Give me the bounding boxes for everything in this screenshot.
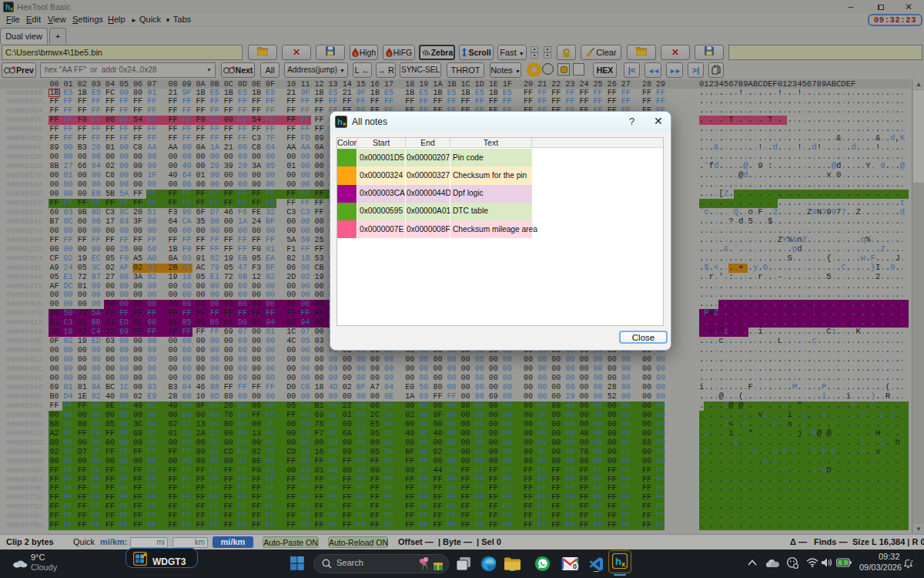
svg-text:z: z <box>911 559 913 563</box>
svg-text:x: x <box>621 560 625 568</box>
svg-text:h: h <box>337 117 343 126</box>
svg-text:0: 0 <box>573 563 577 570</box>
svg-text:h: h <box>615 556 621 567</box>
svg-text:x: x <box>343 120 346 127</box>
svg-text:x: x <box>10 6 13 12</box>
